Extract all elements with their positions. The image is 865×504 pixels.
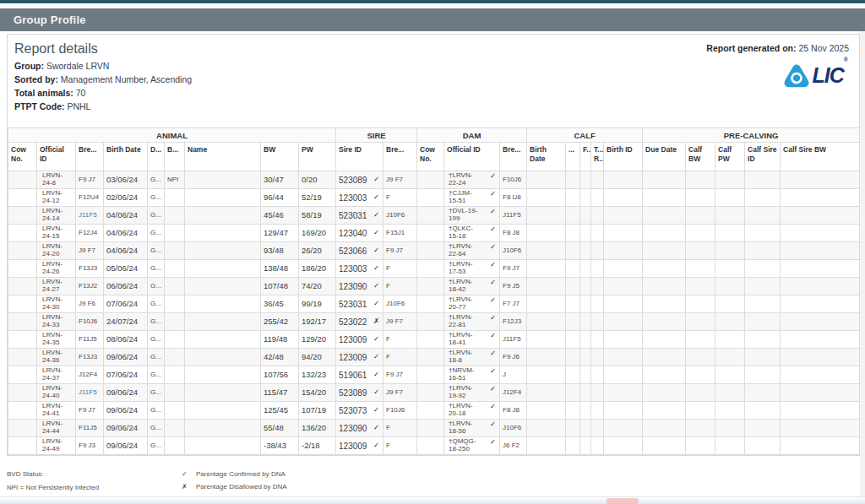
cell-dam-cow-no (417, 189, 444, 207)
cell-sire-breed: F9 J7 (384, 242, 417, 260)
group-profile-table: ANIMAL SIRE DAM CALF PRE-CALVING Cow No.… (8, 127, 860, 455)
cell-sire-breed: F (384, 349, 417, 366)
cell-calf-birth-id (604, 295, 643, 313)
cell-dam-cow-no (417, 171, 444, 189)
cell-bvd-status (165, 437, 185, 455)
cell-calf-sire-bw (781, 207, 860, 225)
cell-name (185, 189, 261, 207)
cell-d: G... (148, 278, 165, 295)
cell-calf-pw (715, 171, 745, 189)
cell-name (185, 225, 261, 242)
cell-dam-cow-no (417, 420, 444, 437)
cell-calf-birth-date (527, 225, 566, 242)
cell-calf-bw (686, 420, 715, 437)
col-header-dam-breed: Bre... (500, 143, 527, 171)
cell-calf-ellipsis (566, 278, 580, 295)
cell-dam-cow-no (417, 384, 444, 402)
cell-calf-pw (715, 295, 745, 313)
col-header-calf-bw: Calf BW (686, 143, 715, 171)
cell-calf-pw (715, 402, 745, 420)
cell-dam-official-id: †LRVN-20-77✓ (444, 295, 500, 313)
cell-sire-breed: F (384, 260, 417, 278)
cell-calf-tag (591, 295, 604, 313)
cell-bw: 138/48 (261, 260, 299, 278)
cell-sire-breed: F10J6 (384, 402, 417, 420)
cell-calf-bw (686, 331, 715, 349)
cell-dam-breed: F8 J8 (500, 402, 527, 420)
cell-bw: -38/43 (261, 437, 299, 455)
cell-calf-tag (591, 189, 604, 207)
cell-calf-tag (591, 366, 604, 384)
cell-calf-birth-date (527, 384, 566, 402)
cell-d: G... (148, 189, 165, 207)
field-sorted-by: Sorted by: Management Number, Ascending (14, 75, 192, 85)
cell-calf-ellipsis (566, 384, 580, 402)
cell-dam-breed: F8 U8 (500, 189, 527, 207)
cell-sire-id: 123090✓ (336, 420, 384, 437)
parentage-mark: ✓ (490, 385, 497, 393)
cell-dam-official-id: †LRVN-18-8✓ (444, 349, 500, 366)
cell-birth-date: 08/06/24 (104, 331, 148, 349)
cell-breed: F9 J7 (76, 402, 104, 420)
cell-due-date (643, 295, 686, 313)
cell-calf-fate (580, 278, 591, 295)
cell-dam-breed: J11F5 (500, 331, 527, 349)
cell-dam-breed: F9 J6 (500, 349, 527, 366)
cell-calf-ellipsis (566, 171, 580, 189)
col-header-dam-official-id: Official ID (444, 143, 500, 171)
cell-dam-official-id: †LRVN-22-24✓ (444, 171, 500, 189)
cell-name (185, 402, 261, 420)
cell-calf-birth-id (604, 260, 643, 278)
check-icon: ✓ (182, 470, 196, 478)
cell-official-id: LRVN-24-26 (37, 260, 76, 278)
parentage-mark: ✗ (373, 317, 380, 325)
cell-due-date (643, 242, 686, 260)
cell-calf-birth-date (527, 242, 566, 260)
parentage-mark: ✓ (373, 176, 380, 183)
cell-cow-no (8, 331, 37, 349)
parentage-mark: ✓ (490, 243, 497, 251)
parentage-mark: ✓ (490, 261, 497, 268)
cell-bw: 119/48 (261, 331, 299, 349)
horizontal-scrollbar[interactable] (0, 496, 865, 504)
cell-bw: 115/47 (261, 384, 299, 402)
cell-calf-sire-id (745, 189, 781, 207)
cell-bvd-status (165, 349, 185, 366)
cell-calf-birth-id (604, 313, 643, 331)
cell-pw: 132/23 (299, 366, 336, 384)
cell-dam-official-id: †LRVN-22-81✓ (444, 313, 500, 331)
vertical-scrollbar[interactable] (860, 31, 865, 496)
cell-calf-birth-id (604, 278, 643, 295)
cell-name (185, 260, 261, 278)
top-accent-bar (0, 0, 865, 3)
cell-birth-date: 07/06/24 (104, 366, 148, 384)
cell-cow-no (8, 242, 37, 260)
cell-calf-birth-id (604, 331, 643, 349)
cell-pw: 74/20 (299, 278, 336, 295)
cell-calf-pw (715, 437, 745, 455)
table-group-header-row: ANIMAL SIRE DAM CALF PRE-CALVING (8, 128, 860, 143)
cell-bvd-status (165, 420, 185, 437)
parentage-mark: ✓ (490, 367, 497, 375)
cell-calf-birth-date (527, 349, 566, 366)
cell-calf-fate (580, 313, 591, 331)
lic-triangle-icon (784, 64, 809, 88)
cell-pw: 107/19 (299, 402, 336, 420)
cell-calf-pw (715, 189, 745, 207)
cell-cow-no (8, 420, 37, 437)
cell-calf-sire-id (745, 242, 781, 260)
cell-calf-fate (580, 349, 591, 366)
cell-sire-breed: J9 F7 (384, 313, 417, 331)
cell-official-id: LRVN-24-36 (37, 349, 76, 366)
cell-calf-fate (580, 260, 591, 278)
cell-official-id: LRVN-24-49 (37, 437, 76, 455)
horizontal-scrollbar-thumb[interactable] (607, 498, 639, 504)
cell-dam-breed: F12J3 (500, 313, 527, 331)
cell-bw: 107/48 (261, 278, 299, 295)
cell-dam-official-id: †LRVN-18-56✓ (444, 420, 500, 437)
cell-bw: 129/47 (261, 225, 299, 242)
cell-dam-official-id: †LRVN-22-64✓ (444, 242, 500, 260)
cell-due-date (643, 260, 686, 278)
cell-calf-fate (580, 420, 591, 437)
cell-calf-sire-id (745, 260, 781, 278)
